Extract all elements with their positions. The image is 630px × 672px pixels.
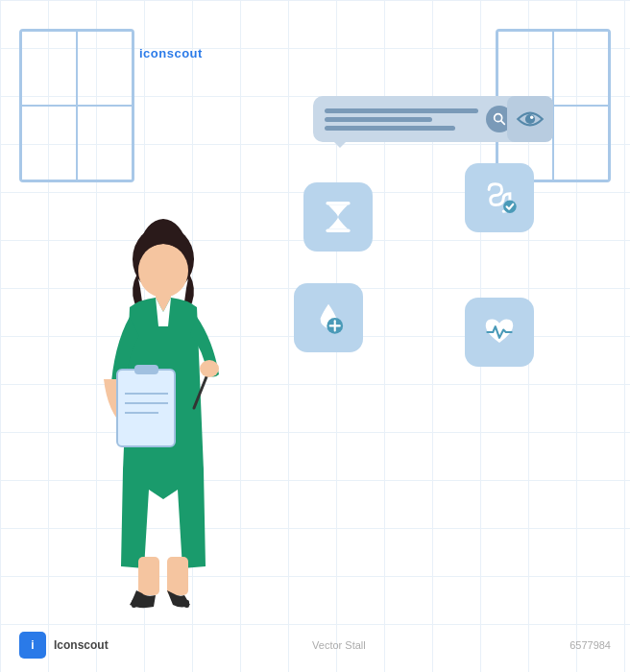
svg-rect-3 (117, 370, 175, 446)
heartbeat-icon-box (465, 298, 534, 367)
asset-id-label: 6577984 (569, 639, 611, 651)
blood-drop-icon-box (294, 283, 363, 352)
window-pane (497, 31, 553, 106)
intestine-icon-box (465, 163, 534, 232)
iconscout-logo-box: i (19, 632, 46, 659)
svg-rect-18 (326, 202, 350, 204)
iconscout-watermark-label: iconscout (139, 46, 203, 60)
svg-rect-12 (132, 600, 136, 608)
watermark-left: i Iconscout (19, 632, 109, 659)
window-pane (21, 31, 77, 106)
search-lines (325, 108, 478, 131)
window-pane (77, 31, 133, 106)
vector-stall-label: Vector Stall (312, 639, 366, 651)
window-left (19, 29, 134, 182)
window-pane (77, 106, 133, 180)
svg-point-16 (525, 114, 535, 124)
svg-rect-4 (134, 365, 158, 374)
svg-line-15 (501, 121, 505, 125)
search-line (325, 117, 432, 122)
window-pane (553, 31, 609, 106)
svg-point-9 (200, 360, 219, 377)
window-pane (21, 106, 77, 180)
svg-rect-13 (184, 600, 189, 608)
iconscout-brand-text: Iconscout (54, 638, 109, 652)
search-line (325, 126, 455, 131)
svg-rect-11 (167, 557, 188, 595)
doctor-character (77, 202, 250, 624)
brand-name: Iconscout (54, 638, 109, 652)
window-pane (553, 106, 609, 180)
search-line (325, 108, 478, 113)
svg-rect-19 (326, 229, 350, 232)
watermark-bar: i Iconscout Vector Stall 6577984 (0, 632, 630, 659)
icons-area (284, 96, 553, 432)
svg-point-1 (138, 244, 188, 298)
search-bubble (313, 96, 524, 142)
eye-icon-box (507, 96, 553, 142)
main-container: iconscout i Iconscout Vector Stall 65779… (0, 0, 630, 672)
svg-point-17 (530, 116, 533, 119)
svg-rect-10 (138, 557, 159, 595)
hourglass-icon-box (303, 182, 373, 252)
